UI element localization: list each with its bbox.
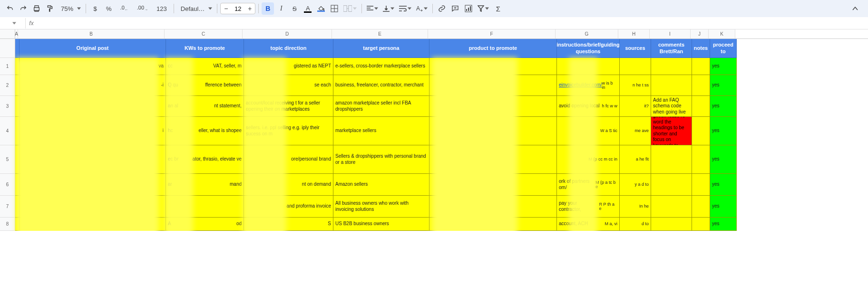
insert-chart-button[interactable]: [462, 2, 475, 15]
cell-sources[interactable]: [620, 58, 651, 75]
header-cell[interactable]: Original post: [20, 39, 166, 58]
header-cell[interactable]: [15, 39, 20, 58]
increase-decimal-button[interactable]: .00→: [133, 2, 152, 15]
cell-notes[interactable]: [692, 96, 710, 117]
cell-persona[interactable]: e-sellers, cross-border markerplace sell…: [333, 58, 429, 75]
cell-proceed[interactable]: yes: [710, 145, 737, 174]
cell-original-post[interactable]: i: [20, 117, 166, 145]
cell[interactable]: [15, 145, 20, 174]
cell-comments[interactable]: [651, 145, 692, 174]
cell-kws[interactable]: armand: [166, 174, 244, 196]
header-cell[interactable]: instructions/brief/guiding questions: [557, 39, 620, 58]
cell-persona[interactable]: US B2B business owners: [333, 218, 429, 231]
cell-sources[interactable]: d to: [620, 218, 651, 231]
cell-instructions[interactable]: avoid opening localh fc w w: [557, 96, 620, 117]
cell-kws[interactable]: an alnt statement,: [166, 96, 244, 117]
currency-button[interactable]: $: [89, 2, 101, 15]
cell-notes[interactable]: [692, 75, 710, 96]
cell-instructions[interactable]: einvoicebuilder.com/w is b in: [557, 75, 620, 96]
cell-proceed[interactable]: yes: [710, 218, 737, 231]
row-header[interactable]: 3: [0, 96, 15, 117]
font-size-decrease[interactable]: −: [221, 5, 231, 12]
header-cell[interactable]: proceed to: [710, 39, 737, 58]
cell-original-post[interactable]: -i: [20, 75, 166, 96]
cell-product[interactable]: [429, 96, 557, 117]
horizontal-align-button[interactable]: [365, 2, 380, 15]
cell-sources[interactable]: n he t ss: [620, 75, 651, 96]
decrease-decimal-button[interactable]: .0←: [117, 2, 132, 15]
cell-instructions[interactable]: M (p cc m cc in: [557, 145, 620, 174]
cell-kws[interactable]: hceller, what is shopee: [166, 117, 244, 145]
cell-original-post[interactable]: [20, 145, 166, 174]
cell-notes[interactable]: [692, 58, 710, 75]
bold-button[interactable]: B: [262, 2, 274, 15]
header-cell[interactable]: topic direction: [244, 39, 333, 58]
percent-button[interactable]: %: [102, 2, 116, 15]
cell-kws[interactable]: Q qufference between: [166, 75, 244, 96]
text-color-button[interactable]: A: [302, 2, 314, 15]
cell-sources[interactable]: a he fit: [620, 145, 651, 174]
cell-product[interactable]: [429, 58, 557, 75]
cell-proceed[interactable]: yes: [710, 75, 737, 96]
cell-proceed[interactable]: yes: [710, 58, 737, 75]
cell-instructions[interactable]: ork of partners om/M (p a tc b e: [557, 174, 620, 196]
cell-topic[interactable]: nt on demand: [244, 174, 333, 196]
cell-product[interactable]: [429, 174, 557, 196]
cell-product[interactable]: [429, 145, 557, 174]
font-size-increase[interactable]: +: [244, 5, 255, 12]
cell-instructions[interactable]: account, ACHM a, vi: [557, 218, 620, 231]
row-header[interactable]: 8: [0, 218, 15, 231]
header-cell[interactable]: KWs to promote: [166, 39, 244, 58]
col-header[interactable]: E: [332, 29, 428, 38]
cell-topic[interactable]: S: [244, 218, 333, 231]
row-header[interactable]: 7: [0, 196, 15, 218]
cell-notes[interactable]: [692, 196, 710, 218]
col-header[interactable]: G: [556, 29, 618, 38]
col-header[interactable]: I: [650, 29, 691, 38]
cell-product[interactable]: [429, 75, 557, 96]
cell-sources[interactable]: it?: [620, 96, 651, 117]
cell[interactable]: [15, 96, 20, 117]
cell-product[interactable]: [429, 196, 557, 218]
cell-persona[interactable]: amazon marketplace seller incl FBA drops…: [333, 96, 429, 117]
cell-comments[interactable]: [651, 75, 692, 96]
paint-format-button[interactable]: [44, 2, 56, 15]
cell[interactable]: [15, 174, 20, 196]
row-header[interactable]: 6: [0, 174, 15, 196]
cell-topic[interactable]: gistered as NEPT: [244, 58, 333, 75]
cell-proceed[interactable]: yes: [710, 96, 737, 117]
col-header[interactable]: D: [243, 29, 332, 38]
cell-proceed[interactable]: yes: [710, 117, 737, 145]
cell-persona[interactable]: business, freelancer, contractor, mercha…: [333, 75, 429, 96]
cell-original-post[interactable]: [20, 196, 166, 218]
cell-kws[interactable]: [166, 196, 244, 218]
cell-comments[interactable]: [651, 174, 692, 196]
cell-sources[interactable]: me ave: [620, 117, 651, 145]
cell-original-post[interactable]: [20, 174, 166, 196]
insert-link-button[interactable]: [436, 2, 448, 15]
cell-topic[interactable]: and proforma invoice: [244, 196, 333, 218]
cell-comments[interactable]: Add an FAQ schema code when going live: [651, 96, 692, 117]
cell-topic[interactable]: sellers. i.e. ppl selling e.g. iply thei…: [244, 117, 333, 145]
fill-color-button[interactable]: [315, 2, 327, 15]
strikethrough-button[interactable]: S: [288, 2, 301, 15]
header-cell[interactable]: product to promote: [429, 39, 557, 58]
cell-kws[interactable]: ec brator, thrasio, elevate ve: [166, 145, 244, 174]
cell-persona[interactable]: Sellers & dropshippers with personal bra…: [333, 145, 429, 174]
cell-persona[interactable]: All business owners who work with invoic…: [333, 196, 429, 218]
col-header[interactable]: B: [18, 29, 165, 38]
cell-comments[interactable]: [651, 218, 692, 231]
cell-topic[interactable]: account/local receiving t for a seller o…: [244, 96, 333, 117]
col-header[interactable]: F: [428, 29, 556, 38]
text-rotation-button[interactable]: A: [414, 2, 429, 15]
col-header[interactable]: J: [691, 29, 709, 38]
cell-proceed[interactable]: yes: [710, 174, 737, 196]
header-cell[interactable]: target persona: [333, 39, 429, 58]
cell-kws[interactable]: ccVAT, seller, m: [166, 58, 244, 75]
row-header[interactable]: 5: [0, 145, 15, 174]
text-wrap-button[interactable]: [397, 2, 413, 15]
cell-sources[interactable]: y a d to: [620, 174, 651, 196]
print-button[interactable]: [30, 2, 43, 15]
more-formats-button[interactable]: 123: [153, 2, 171, 15]
expand-toolbar-button[interactable]: [849, 2, 861, 15]
